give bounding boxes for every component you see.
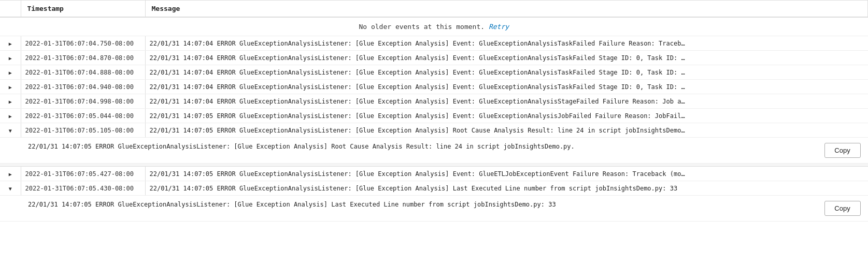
log-row: ▶2022-01-31T06:07:04.870-08:0022/01/31 1… xyxy=(0,51,868,65)
timestamp-cell: 2022-01-31T06:07:04.870-08:00 xyxy=(21,51,145,65)
expanded-text: 22/01/31 14:07:05 ERROR GlueExceptionAna… xyxy=(28,143,816,150)
log-row: ▶2022-01-31T06:07:05.044-08:0022/01/31 1… xyxy=(0,109,868,123)
no-older-text: No older events at this moment. xyxy=(359,23,485,31)
timestamp-col-header: Timestamp xyxy=(21,1,145,18)
expand-toggle[interactable]: ▶ xyxy=(0,80,21,94)
expand-toggle[interactable]: ▶ xyxy=(0,65,21,80)
expand-toggle[interactable]: ▼ xyxy=(0,181,21,196)
no-older-events-row: No older events at this moment. Retry xyxy=(0,17,868,36)
log-table: Timestamp Message No older events at thi… xyxy=(0,0,868,222)
chevron-right-icon: ▶ xyxy=(9,41,12,47)
chevron-right-icon: ▶ xyxy=(9,113,12,119)
message-cell: 22/01/31 14:07:04 ERROR GlueExceptionAna… xyxy=(145,65,868,80)
expanded-content: 22/01/31 14:07:05 ERROR GlueExceptionAna… xyxy=(0,196,868,221)
timestamp-cell: 2022-01-31T06:07:05.044-08:00 xyxy=(21,109,145,123)
log-row: ▶2022-01-31T06:07:05.427-08:0022/01/31 1… xyxy=(0,167,868,181)
message-cell: 22/01/31 14:07:05 ERROR GlueExceptionAna… xyxy=(145,181,868,196)
expanded-text: 22/01/31 14:07:05 ERROR GlueExceptionAna… xyxy=(28,201,816,208)
expanded-cell: 22/01/31 14:07:05 ERROR GlueExceptionAna… xyxy=(0,138,868,164)
expanded-content: 22/01/31 14:07:05 ERROR GlueExceptionAna… xyxy=(0,138,868,163)
message-cell: 22/01/31 14:07:04 ERROR GlueExceptionAna… xyxy=(145,94,868,109)
chevron-right-icon: ▶ xyxy=(9,70,12,76)
log-row: ▶2022-01-31T06:07:04.940-08:0022/01/31 1… xyxy=(0,80,868,94)
expand-col-header xyxy=(0,1,21,18)
message-cell: 22/01/31 14:07:05 ERROR GlueExceptionAna… xyxy=(145,123,868,138)
log-row: ▼2022-01-31T06:07:05.105-08:0022/01/31 1… xyxy=(0,123,868,138)
message-cell: 22/01/31 14:07:04 ERROR GlueExceptionAna… xyxy=(145,80,868,94)
timestamp-cell: 2022-01-31T06:07:04.998-08:00 xyxy=(21,94,145,109)
timestamp-cell: 2022-01-31T06:07:04.750-08:00 xyxy=(21,36,145,51)
chevron-down-icon: ▼ xyxy=(9,186,12,192)
expanded-row: 22/01/31 14:07:05 ERROR GlueExceptionAna… xyxy=(0,138,868,164)
no-older-events-cell: No older events at this moment. Retry xyxy=(0,17,868,36)
timestamp-cell: 2022-01-31T06:07:04.888-08:00 xyxy=(21,65,145,80)
timestamp-cell: 2022-01-31T06:07:05.427-08:00 xyxy=(21,167,145,181)
expanded-row: 22/01/31 14:07:05 ERROR GlueExceptionAna… xyxy=(0,196,868,222)
message-cell: 22/01/31 14:07:04 ERROR GlueExceptionAna… xyxy=(145,36,868,51)
chevron-right-icon: ▶ xyxy=(9,99,12,105)
timestamp-cell: 2022-01-31T06:07:05.105-08:00 xyxy=(21,123,145,138)
message-cell: 22/01/31 14:07:04 ERROR GlueExceptionAna… xyxy=(145,51,868,65)
message-cell: 22/01/31 14:07:05 ERROR GlueExceptionAna… xyxy=(145,109,868,123)
log-row: ▼2022-01-31T06:07:05.430-08:0022/01/31 1… xyxy=(0,181,868,196)
message-col-header: Message xyxy=(145,1,868,18)
message-cell: 22/01/31 14:07:05 ERROR GlueExceptionAna… xyxy=(145,167,868,181)
expand-toggle[interactable]: ▶ xyxy=(0,51,21,65)
expand-toggle[interactable]: ▶ xyxy=(0,167,21,181)
chevron-right-icon: ▶ xyxy=(9,84,12,90)
chevron-down-icon: ▼ xyxy=(9,128,12,134)
expanded-cell: 22/01/31 14:07:05 ERROR GlueExceptionAna… xyxy=(0,196,868,222)
expand-toggle[interactable]: ▶ xyxy=(0,94,21,109)
table-header: Timestamp Message xyxy=(0,1,868,18)
expand-toggle[interactable]: ▶ xyxy=(0,109,21,123)
retry-link[interactable]: Retry xyxy=(489,23,509,31)
copy-button[interactable]: Copy xyxy=(824,201,861,216)
log-row: ▶2022-01-31T06:07:04.750-08:0022/01/31 1… xyxy=(0,36,868,51)
log-row: ▶2022-01-31T06:07:04.888-08:0022/01/31 1… xyxy=(0,65,868,80)
expand-toggle[interactable]: ▼ xyxy=(0,123,21,138)
chevron-right-icon: ▶ xyxy=(9,171,12,177)
timestamp-cell: 2022-01-31T06:07:04.940-08:00 xyxy=(21,80,145,94)
chevron-right-icon: ▶ xyxy=(9,55,12,61)
copy-button[interactable]: Copy xyxy=(824,143,861,158)
expand-toggle[interactable]: ▶ xyxy=(0,36,21,51)
timestamp-cell: 2022-01-31T06:07:05.430-08:00 xyxy=(21,181,145,196)
log-row: ▶2022-01-31T06:07:04.998-08:0022/01/31 1… xyxy=(0,94,868,109)
